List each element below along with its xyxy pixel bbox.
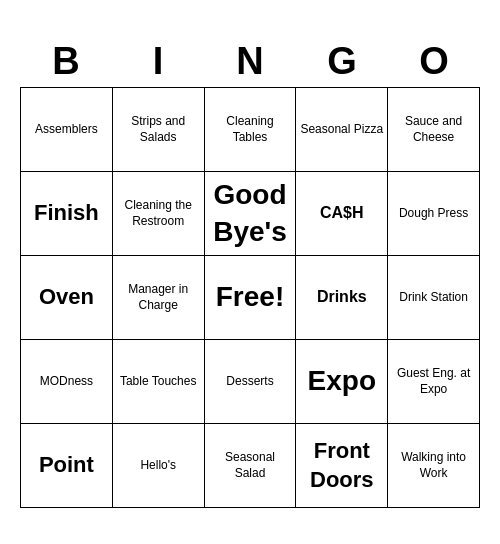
header-letter: N xyxy=(204,36,296,87)
cell-text: Dough Press xyxy=(399,206,468,222)
bingo-cell: Cleaning Tables xyxy=(205,88,297,172)
cell-text: Expo xyxy=(308,363,376,399)
cell-text: Drink Station xyxy=(399,290,468,306)
bingo-cell: Cleaning the Restroom xyxy=(113,172,205,256)
cell-text: Drinks xyxy=(317,287,367,308)
bingo-cell: CA$H xyxy=(296,172,388,256)
bingo-cell: Drinks xyxy=(296,256,388,340)
cell-text: MODness xyxy=(40,374,93,390)
cell-text: Strips and Salads xyxy=(117,114,200,145)
cell-text: Seasonal Pizza xyxy=(300,122,383,138)
header-letter: O xyxy=(388,36,480,87)
cell-text: Oven xyxy=(39,283,94,312)
cell-text: Point xyxy=(39,451,94,480)
bingo-cell: Oven xyxy=(21,256,113,340)
cell-text: Hello's xyxy=(140,458,176,474)
bingo-card: BINGO AssemblersStrips and SaladsCleanin… xyxy=(20,36,480,508)
bingo-cell: Point xyxy=(21,424,113,508)
cell-text: Seasonal Salad xyxy=(209,450,292,481)
header-letter: B xyxy=(20,36,112,87)
header-letter: G xyxy=(296,36,388,87)
bingo-cell: Table Touches xyxy=(113,340,205,424)
cell-text: Sauce and Cheese xyxy=(392,114,475,145)
cell-text: Cleaning Tables xyxy=(209,114,292,145)
cell-text: Table Touches xyxy=(120,374,197,390)
bingo-cell: Desserts xyxy=(205,340,297,424)
cell-text: CA$H xyxy=(320,203,364,224)
bingo-header: BINGO xyxy=(20,36,480,87)
bingo-cell: Sauce and Cheese xyxy=(388,88,480,172)
bingo-cell: MODness xyxy=(21,340,113,424)
cell-text: Guest Eng. at Expo xyxy=(392,366,475,397)
cell-text: Walking into Work xyxy=(392,450,475,481)
bingo-cell: Front Doors xyxy=(296,424,388,508)
bingo-cell: Walking into Work xyxy=(388,424,480,508)
cell-text: Front Doors xyxy=(300,437,383,494)
bingo-cell: Dough Press xyxy=(388,172,480,256)
bingo-cell: Hello's xyxy=(113,424,205,508)
cell-text: Finish xyxy=(34,199,99,228)
cell-text: Assemblers xyxy=(35,122,98,138)
cell-text: Free! xyxy=(216,279,284,315)
bingo-cell: Good Bye's xyxy=(205,172,297,256)
bingo-grid: AssemblersStrips and SaladsCleaning Tabl… xyxy=(20,87,480,508)
bingo-cell: Expo xyxy=(296,340,388,424)
bingo-cell: Free! xyxy=(205,256,297,340)
cell-text: Desserts xyxy=(226,374,273,390)
bingo-cell: Seasonal Pizza xyxy=(296,88,388,172)
bingo-cell: Assemblers xyxy=(21,88,113,172)
bingo-cell: Strips and Salads xyxy=(113,88,205,172)
bingo-cell: Guest Eng. at Expo xyxy=(388,340,480,424)
bingo-cell: Seasonal Salad xyxy=(205,424,297,508)
header-letter: I xyxy=(112,36,204,87)
cell-text: Cleaning the Restroom xyxy=(117,198,200,229)
bingo-cell: Manager in Charge xyxy=(113,256,205,340)
bingo-cell: Drink Station xyxy=(388,256,480,340)
bingo-cell: Finish xyxy=(21,172,113,256)
cell-text: Good Bye's xyxy=(209,177,292,250)
cell-text: Manager in Charge xyxy=(117,282,200,313)
